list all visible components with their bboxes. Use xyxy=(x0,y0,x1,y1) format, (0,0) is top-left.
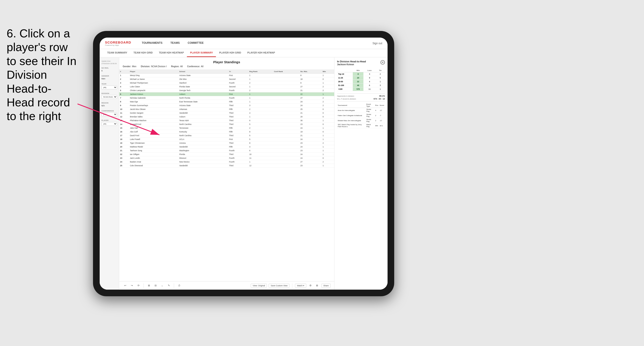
table-row[interactable]: 24 Bastien Amat New Mexico Fourth 1 27 2 xyxy=(119,160,334,164)
table-row[interactable]: 25 Cole Sherwood Vanderbilt Third 12 23 … xyxy=(119,164,334,168)
cell-no-rds: 23 xyxy=(300,164,322,168)
cell-conf-rank xyxy=(273,164,300,168)
h2h-opponents-row: Opponents in division: 98.1% xyxy=(337,95,385,97)
table-row[interactable]: 1 Wenyi Ding Arizona State First 1 8 1 xyxy=(119,74,334,77)
sidebar-conference[interactable]: Conference (All) xyxy=(102,110,117,116)
cell-school: Stanford xyxy=(178,81,228,85)
table-row[interactable]: 4 Luke Claton Florida State Second 1 27 … xyxy=(119,85,334,89)
cell-school: Vanderbilt xyxy=(178,111,228,115)
clock-button[interactable]: ⏱ xyxy=(177,283,182,288)
cell-year: Fifth xyxy=(228,100,248,104)
cell-no-rds: 30 xyxy=(300,119,322,123)
top-nav: SCOREBOARD Powered by clippi TOURNAMENTS… xyxy=(100,38,388,49)
table-row[interactable]: 7 Nicholas Gabrelcik North Florida Fourt… xyxy=(119,96,334,100)
h2h-cell-tie: 1 xyxy=(376,80,385,84)
paste-button[interactable]: ⊟ xyxy=(153,283,158,288)
sub-nav-player-summary[interactable]: PLAYER SUMMARY xyxy=(187,49,216,57)
cell-year: Third xyxy=(228,123,248,126)
cell-conf-rank xyxy=(273,134,300,138)
cell-rank: 3 xyxy=(119,81,129,85)
sidebar-player[interactable]: Player (All) xyxy=(102,119,117,126)
cell-win: 1 xyxy=(322,164,334,168)
undo-button[interactable]: ↩ xyxy=(123,283,128,288)
arrow-button[interactable]: ↕ xyxy=(160,283,164,288)
table-row[interactable]: 5 Christo Lamprecht Georgia Tech Fourth … xyxy=(119,89,334,92)
cell-school: North Carolina xyxy=(178,134,228,138)
table-row[interactable]: 20 Matthew Riedel Vanderbilt Fifth 4 24 … xyxy=(119,145,334,149)
filter-conference: Conference: All xyxy=(187,65,203,68)
watch-button[interactable]: Watch ▾ xyxy=(295,284,306,288)
cell-reg-rank: 1 xyxy=(248,115,273,119)
redo-button[interactable]: ↪ xyxy=(129,283,134,288)
table-row[interactable]: 9 Preston Summerhays Arizona State Third… xyxy=(119,104,334,107)
cell-reg-rank: 12 xyxy=(248,164,273,168)
h2h-col-tie: Tie xyxy=(376,69,385,72)
conference-select[interactable]: (All) xyxy=(102,113,117,116)
table-row[interactable]: 16 Alex Goff Kentucky Fifth 8 19 0 xyxy=(119,130,334,134)
table-row[interactable]: 11 Gordon Sargent Vanderbilt Third 4 21 … xyxy=(119,111,334,115)
cell-win: 2 xyxy=(322,104,334,107)
cell-school: Missouri xyxy=(178,156,228,160)
cell-year: Third xyxy=(228,134,248,138)
year-select[interactable]: (All) xyxy=(102,86,117,89)
cell-school: Auburn xyxy=(178,115,228,119)
h2h-close-button[interactable]: ✕ xyxy=(380,60,385,65)
cell-player: Brendan Valles xyxy=(129,115,178,119)
cell-conf-rank xyxy=(273,149,300,153)
share-button[interactable]: Share xyxy=(321,284,331,288)
col-year: Yr xyxy=(228,70,248,74)
table-row[interactable]: 19 Tiger Christensen Arizona Third 8 23 … xyxy=(119,141,334,145)
player-select[interactable]: (All) xyxy=(102,122,117,126)
table-row[interactable]: 13 Phichakon Maichon Texas A&M Third 6 3… xyxy=(119,119,334,123)
table-row[interactable]: 18 Luke Powell UCLA First 5 24 1 xyxy=(119,138,334,141)
table-row[interactable]: 10 Jacob Mou Olesen Arkansas Fifth 2 25 … xyxy=(119,107,334,111)
sub-nav-team-h2h-grid[interactable]: TEAM H2H GRID xyxy=(130,49,156,57)
division-select[interactable]: NCAA Division I xyxy=(102,95,117,99)
cell-player: Jackson Koivun xyxy=(129,92,178,96)
table-row[interactable]: 23 Jack Lundin Missouri Fourth 11 24 0 xyxy=(119,156,334,160)
cell-school: Vanderbilt xyxy=(178,164,228,168)
settings-icon[interactable]: ⚙ xyxy=(308,283,313,288)
table-row[interactable]: 8 Mats Ege East Tennessee State Fifth 1 … xyxy=(119,100,334,104)
t-cell-pos: 2 xyxy=(374,113,379,118)
sub-nav-player-h2h-grid[interactable]: PLAYER H2H GRID xyxy=(216,49,244,57)
sign-out-button[interactable]: Sign out xyxy=(372,42,382,45)
sub-nav-player-h2h-heatmap[interactable]: PLAYER H2H HEATMAP xyxy=(244,49,278,57)
table-row[interactable]: 2 Michael La Sasso Ole Miss Second 1 18 … xyxy=(119,77,334,81)
nav-teams[interactable]: TEAMS xyxy=(166,38,184,49)
cell-reg-rank: 10 xyxy=(248,153,273,156)
sub-nav-team-h2h-heatmap[interactable]: TEAM H2H HEATMAP xyxy=(156,49,187,57)
copy-button[interactable]: ⊞ xyxy=(146,283,151,288)
forward-button[interactable]: ⟳ xyxy=(136,283,141,288)
cell-conf-rank xyxy=(273,123,300,126)
player-table: # Player School Yr Reg Rank Conf Rank No… xyxy=(119,70,334,168)
cell-year: Fourth xyxy=(228,156,248,160)
nav-tournaments[interactable]: TOURNAMENTS xyxy=(138,38,166,49)
cell-win: 0 xyxy=(322,107,334,111)
table-row[interactable]: 15 Jake Hall Tennessee Fifth 2 24 1 xyxy=(119,126,334,130)
cell-reg-rank: 1 xyxy=(248,77,273,81)
cell-win: 1 xyxy=(322,153,334,156)
h2h-player-name: Jackson Koivun xyxy=(337,63,366,66)
table-row[interactable]: 21 Taehoon Song Washington Fourth 6 23 1 xyxy=(119,149,334,153)
sidebar-region: Region N/A xyxy=(102,102,117,107)
view-original-button[interactable]: View: Original xyxy=(251,284,267,288)
sidebar-year[interactable]: Year (All) xyxy=(102,83,117,89)
save-custom-button[interactable]: Save Custom View xyxy=(269,284,290,288)
cell-no-rds: 8 xyxy=(300,74,322,77)
table-row[interactable]: 12 Brendan Valles Auburn Third 1 20 0 xyxy=(119,115,334,119)
sub-nav-team-summary[interactable]: TEAM SUMMARY xyxy=(104,49,130,57)
col-conf-rank: Conf Rank xyxy=(273,70,300,74)
grid-icon[interactable]: ⊞ xyxy=(315,283,320,288)
logo-area: SCOREBOARD Powered by clippi xyxy=(105,40,131,46)
nav-committee[interactable]: COMMITTEE xyxy=(184,38,208,49)
table-row[interactable]: 6 Jackson Koivun Auburn First 1 22 1 xyxy=(119,92,334,96)
table-row[interactable]: 14 Maxwell Ford North Carolina Third 5 2… xyxy=(119,123,334,126)
col-player: Player xyxy=(129,70,178,74)
table-row[interactable]: 17 David Ford North Carolina Third 5 21 … xyxy=(119,134,334,138)
edit-button[interactable]: ✎ xyxy=(166,283,171,288)
sidebar-division[interactable]: Division NCAA Division I xyxy=(102,92,117,99)
cell-reg-rank: 1 xyxy=(248,100,273,104)
table-row[interactable]: 22 Ian Gilligan Florida Third 10 24 1 xyxy=(119,153,334,156)
table-row[interactable]: 3 Michael Thorbjornsen Stanford Fourth 2… xyxy=(119,81,334,85)
